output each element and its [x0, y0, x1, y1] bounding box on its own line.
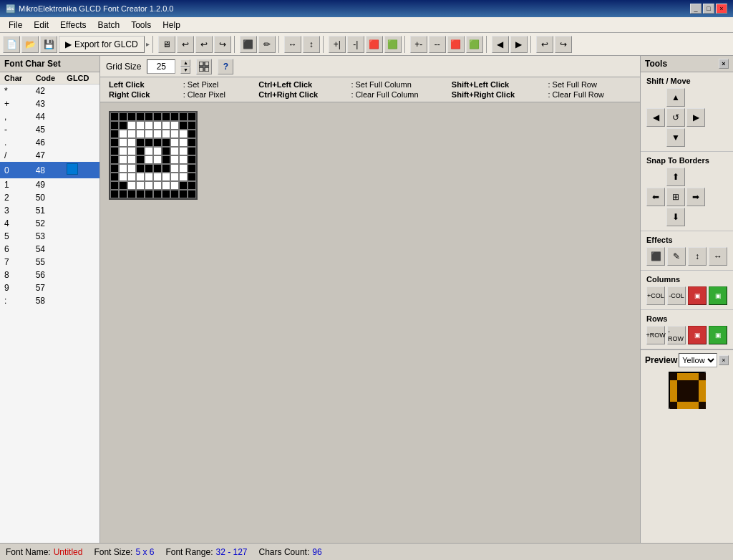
- pixel-cell[interactable]: [188, 121, 196, 130]
- tb-btn-1[interactable]: 🖥: [158, 36, 175, 53]
- export-glcd-button[interactable]: ▶ Export for GLCD: [59, 36, 145, 53]
- menu-tools[interactable]: Tools: [125, 19, 157, 32]
- tb-flip-v[interactable]: ↕: [303, 36, 320, 53]
- tb-row-add[interactable]: +-: [410, 36, 427, 53]
- snap-left-button[interactable]: ⬅: [646, 188, 665, 206]
- pixel-cell[interactable]: [136, 164, 145, 173]
- char-row[interactable]: 957: [0, 281, 99, 294]
- menu-edit[interactable]: Edit: [28, 19, 54, 32]
- tb-flip-h[interactable]: ↔: [284, 36, 301, 53]
- pixel-cell[interactable]: [145, 164, 153, 173]
- pixel-cell[interactable]: [119, 130, 127, 138]
- snap-top-button[interactable]: ⬆: [666, 168, 685, 186]
- tb-col-4[interactable]: 🟩: [384, 36, 402, 53]
- pixel-cell[interactable]: [153, 138, 162, 147]
- pixel-cell[interactable]: [119, 112, 127, 121]
- pixel-cell[interactable]: [179, 173, 188, 181]
- char-row[interactable]: ,44: [0, 110, 99, 123]
- char-list[interactable]: *42+43,44-45.46/470481492503514525536547…: [0, 85, 99, 543]
- pixel-cell[interactable]: [179, 112, 188, 121]
- pixel-cell[interactable]: [119, 173, 127, 181]
- open-button[interactable]: 📂: [21, 36, 39, 53]
- pixel-cell[interactable]: [162, 190, 170, 198]
- pixel-cell[interactable]: [170, 173, 179, 181]
- pixel-cell[interactable]: [188, 173, 196, 181]
- snap-center-button[interactable]: ⊞: [666, 188, 685, 206]
- pixel-cell[interactable]: [188, 112, 196, 121]
- pixel-cell[interactable]: [119, 164, 127, 173]
- char-row[interactable]: *42: [0, 85, 99, 97]
- char-row[interactable]: /47: [0, 149, 99, 162]
- pixel-canvas[interactable]: [109, 111, 198, 200]
- preview-close-button[interactable]: ×: [719, 355, 729, 365]
- pixel-cell[interactable]: [136, 173, 145, 181]
- menu-effects[interactable]: Effects: [54, 19, 92, 32]
- pixel-cell[interactable]: [136, 138, 145, 147]
- pixel-cell[interactable]: [127, 147, 136, 155]
- shift-left-button[interactable]: ◀: [646, 108, 665, 127]
- close-button[interactable]: ×: [716, 4, 727, 14]
- tb-row-3[interactable]: 🟥: [447, 36, 465, 53]
- pixel-cell[interactable]: [127, 181, 136, 190]
- pixel-cell[interactable]: [170, 181, 179, 190]
- pixel-cell[interactable]: [110, 181, 119, 190]
- pixel-cell[interactable]: [136, 112, 145, 121]
- pixel-cell[interactable]: [162, 121, 170, 130]
- tb-col-3[interactable]: 🟥: [366, 36, 383, 53]
- tools-close-button[interactable]: ×: [719, 59, 729, 69]
- pixel-cell[interactable]: [179, 155, 188, 164]
- pixel-cell[interactable]: [145, 147, 153, 155]
- pixel-cell[interactable]: [179, 164, 188, 173]
- pixel-cell[interactable]: [145, 138, 153, 147]
- pixel-cell[interactable]: [119, 181, 127, 190]
- pixel-cell[interactable]: [170, 164, 179, 173]
- col-rem-button[interactable]: -COL: [667, 286, 686, 305]
- pixel-cell[interactable]: [188, 138, 196, 147]
- pixel-cell[interactable]: [188, 147, 196, 155]
- pixel-cell[interactable]: [162, 181, 170, 190]
- pixel-cell[interactable]: [127, 155, 136, 164]
- char-row[interactable]: 553: [0, 230, 99, 243]
- pixel-cell[interactable]: [153, 164, 162, 173]
- grid-toggle-button[interactable]: [196, 59, 212, 74]
- pixel-cell[interactable]: [188, 130, 196, 138]
- pixel-cell[interactable]: [127, 112, 136, 121]
- shift-down-button[interactable]: ▼: [666, 128, 685, 147]
- help-button[interactable]: ?: [218, 59, 233, 74]
- menu-file[interactable]: File: [3, 19, 28, 32]
- tb-row-4[interactable]: 🟩: [466, 36, 483, 53]
- pixel-cell[interactable]: [179, 130, 188, 138]
- char-row[interactable]: 654: [0, 243, 99, 256]
- pixel-cell[interactable]: [170, 121, 179, 130]
- pixel-cell[interactable]: [119, 138, 127, 147]
- col-red-button[interactable]: ▣: [688, 286, 707, 305]
- tb-undo[interactable]: ↩: [177, 36, 194, 53]
- pixel-cell[interactable]: [162, 130, 170, 138]
- pixel-cell[interactable]: [127, 130, 136, 138]
- tb-redo2[interactable]: ↪: [555, 36, 572, 53]
- pixel-cell[interactable]: [145, 155, 153, 164]
- pixel-cell[interactable]: [145, 112, 153, 121]
- pixel-cell[interactable]: [188, 190, 196, 198]
- char-row[interactable]: 856: [0, 269, 99, 281]
- row-green-button[interactable]: ▣: [709, 326, 727, 344]
- pixel-cell[interactable]: [179, 138, 188, 147]
- pixel-cell[interactable]: [153, 147, 162, 155]
- pixel-cell[interactable]: [153, 190, 162, 198]
- shift-reset-button[interactable]: ↺: [666, 108, 685, 127]
- pixel-cell[interactable]: [110, 173, 119, 181]
- pixel-cell[interactable]: [170, 138, 179, 147]
- effect-clear-button[interactable]: ✎: [667, 247, 686, 266]
- spin-down[interactable]: ▼: [180, 67, 190, 74]
- col-add-button[interactable]: +COL: [646, 286, 665, 305]
- pixel-cell[interactable]: [179, 181, 188, 190]
- pixel-cell[interactable]: [110, 121, 119, 130]
- pixel-cell[interactable]: [110, 190, 119, 198]
- char-row[interactable]: 048: [0, 162, 99, 178]
- row-rem-button[interactable]: -ROW: [667, 326, 686, 344]
- char-row[interactable]: 149: [0, 178, 99, 191]
- pixel-cell[interactable]: [153, 181, 162, 190]
- pixel-cell[interactable]: [127, 173, 136, 181]
- pixel-cell[interactable]: [179, 147, 188, 155]
- pixel-cell[interactable]: [170, 112, 179, 121]
